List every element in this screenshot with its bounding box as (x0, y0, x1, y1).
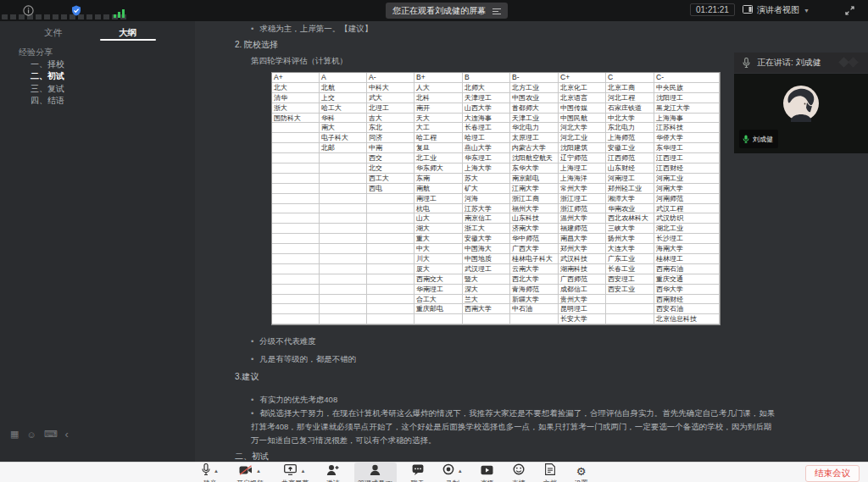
table-cell: 北大 (272, 83, 320, 93)
table-cell (415, 314, 463, 324)
table-cell: 天津工业 (510, 114, 559, 124)
table-cell: 长春理工 (463, 123, 510, 133)
table-cell: 扬州大学 (606, 234, 654, 244)
view-mode-selector[interactable]: 演讲者视图 ▼ (743, 3, 810, 17)
table-cell: 华科 (320, 114, 367, 124)
toolbar-camera-off-button[interactable]: ▲开启视频 (233, 463, 267, 482)
table-cell: 国防科大 (272, 114, 320, 124)
outline-item[interactable]: 二、初试 (31, 70, 195, 82)
mic-icon (202, 463, 210, 479)
table-cell: 重庆交通 (654, 274, 720, 285)
table-cell (510, 314, 559, 324)
toolbar-members-button[interactable]: 管理成员(2) (354, 463, 397, 482)
outline-list: 经验分享一、择校二、初试三、复试四、结语 (0, 47, 195, 107)
table-cell: 浙工大 (463, 224, 510, 234)
toolbar-button-label: 邀请 (326, 479, 340, 482)
tab-files[interactable]: 文件 (44, 27, 62, 39)
record-icon (442, 463, 454, 479)
table-cell: 江苏大学 (463, 204, 510, 214)
table-cell: 山东科技 (510, 213, 559, 224)
grid-view-icon[interactable]: ▦ (10, 429, 19, 440)
fullscreen-icon[interactable] (844, 4, 855, 19)
table-cell: 沈阳航空航天 (510, 153, 559, 163)
chevron-up-icon[interactable]: ▲ (256, 468, 261, 474)
table-cell: 北理工 (367, 103, 415, 114)
table-cell (367, 314, 415, 324)
table-cell: 哈工程 (415, 133, 463, 143)
table-cell: 华南理工 (415, 285, 463, 295)
toolbar-chat-button[interactable]: 聊天 (408, 463, 428, 482)
table-cell: 上交 (320, 93, 367, 103)
table-cell: 北京化工 (559, 83, 606, 93)
toolbar-document-button[interactable]: 文档 (540, 463, 560, 482)
banner-menu-icon[interactable] (492, 8, 501, 14)
participant-name: 刘成健 (753, 135, 773, 144)
toolbar-mic-button[interactable]: ▲静音 (198, 463, 222, 482)
table-cell (320, 285, 367, 295)
table-cell: 山东财经 (606, 163, 654, 174)
table-cell: 中南 (367, 143, 415, 153)
chevron-up-icon[interactable]: ▲ (214, 468, 219, 474)
emoji-small-icon[interactable]: ☺ (26, 429, 36, 440)
toolbar-invite-button[interactable]: 邀请 (323, 463, 343, 482)
table-cell: 南开 (415, 103, 463, 114)
table-cell: 中国农业 (510, 93, 559, 103)
table-header-cell: C (606, 73, 654, 83)
table-cell (272, 174, 320, 184)
table-cell: 武大 (367, 93, 415, 103)
outline-item[interactable]: 经验分享 (19, 47, 195, 58)
table-cell (272, 295, 320, 305)
toolbar-button-label: 共享屏幕 (281, 479, 309, 482)
table-cell (367, 194, 415, 204)
table-cell (320, 204, 367, 214)
table-cell: 贵州大学 (559, 295, 606, 305)
toolbar-emoji-button[interactable]: 表情 (509, 463, 529, 482)
info-icon[interactable] (23, 4, 34, 19)
table-header-cell: B+ (415, 73, 463, 83)
toolbar-live-button[interactable]: 直播 (477, 463, 498, 482)
table-cell (320, 194, 367, 204)
table-cell: 电子科大 (320, 133, 367, 143)
collapse-sidebar-icon[interactable]: ‹ (65, 428, 69, 440)
table-cell (272, 123, 320, 133)
chevron-up-icon[interactable]: ▲ (300, 468, 305, 474)
table-header-cell: B (463, 73, 510, 83)
toolbar-button-label: 录制 (446, 479, 459, 482)
outline-item[interactable]: 三、复试 (31, 83, 195, 95)
table-cell: 东华理工 (654, 143, 720, 153)
doc-heading-school-selection: 2. 院校选择 (235, 39, 278, 51)
tab-outline[interactable]: 大纲 (119, 27, 136, 39)
end-meeting-button[interactable]: 结束会议 (805, 465, 860, 482)
keyboard-icon[interactable]: ⌨ (44, 429, 58, 440)
table-cell: 河海 (463, 194, 510, 204)
network-signal-icon[interactable] (114, 6, 125, 21)
toolbar-record-button[interactable]: ▲录制 (439, 463, 466, 482)
participant-video-tile[interactable]: 刘成健 (734, 74, 868, 153)
table-header-cell: A- (367, 73, 415, 83)
security-shield-icon[interactable] (71, 4, 81, 19)
document-icon (545, 463, 555, 479)
table-cell (367, 204, 415, 214)
table-cell: 杭电 (415, 204, 463, 214)
table-cell (320, 264, 367, 274)
table-header-cell: B- (510, 73, 559, 83)
table-cell: 华侨大学 (654, 133, 720, 143)
toolbar-share-screen-button[interactable]: ▲共享屏幕 (278, 463, 312, 482)
table-cell: 北航 (320, 83, 367, 93)
table-cell (320, 163, 367, 174)
doc-heading-advice: 3.建议 (235, 371, 259, 383)
toolbar-settings-button[interactable]: ⚙设置 (571, 463, 592, 482)
table-cell: 南京信工 (463, 213, 510, 224)
table-cell (272, 213, 320, 224)
table-cell: 太原理工 (510, 133, 559, 143)
table-cell: 矿大 (463, 184, 510, 194)
table-cell: 新疆大学 (510, 295, 559, 305)
table-cell: 西南财经 (654, 295, 720, 305)
table-cell: 南航 (415, 184, 463, 194)
table-cell: 湖北工业 (654, 224, 720, 234)
chevron-up-icon[interactable]: ▲ (458, 468, 463, 474)
table-cell: 中大 (415, 244, 463, 254)
table-cell: 温州大学 (559, 213, 606, 224)
outline-item[interactable]: 一、择校 (31, 58, 195, 70)
outline-item[interactable]: 四、结语 (31, 95, 195, 107)
